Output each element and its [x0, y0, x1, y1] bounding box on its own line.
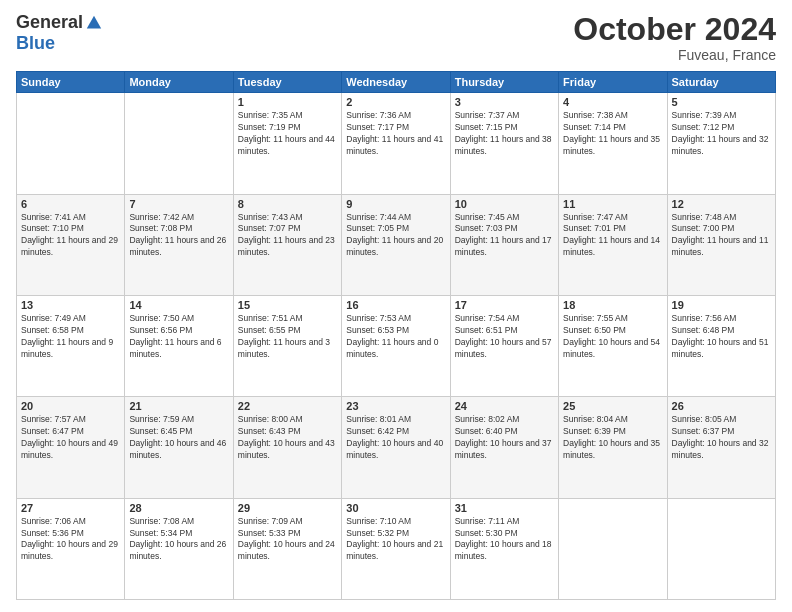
day-number: 19: [672, 299, 771, 311]
calendar-cell: [125, 93, 233, 194]
day-of-week-header: Monday: [125, 72, 233, 93]
calendar-cell: 9Sunrise: 7:44 AMSunset: 7:05 PMDaylight…: [342, 194, 450, 295]
calendar-cell: 17Sunrise: 7:54 AMSunset: 6:51 PMDayligh…: [450, 295, 558, 396]
calendar-cell: 23Sunrise: 8:01 AMSunset: 6:42 PMDayligh…: [342, 397, 450, 498]
day-info: Sunrise: 7:42 AMSunset: 7:08 PMDaylight:…: [129, 212, 228, 260]
logo-blue-text: Blue: [16, 33, 55, 54]
day-info: Sunrise: 7:38 AMSunset: 7:14 PMDaylight:…: [563, 110, 662, 158]
title-area: October 2024 Fuveau, France: [573, 12, 776, 63]
day-info: Sunrise: 7:37 AMSunset: 7:15 PMDaylight:…: [455, 110, 554, 158]
day-number: 17: [455, 299, 554, 311]
calendar-cell: 25Sunrise: 8:04 AMSunset: 6:39 PMDayligh…: [559, 397, 667, 498]
day-info: Sunrise: 7:57 AMSunset: 6:47 PMDaylight:…: [21, 414, 120, 462]
day-info: Sunrise: 7:44 AMSunset: 7:05 PMDaylight:…: [346, 212, 445, 260]
calendar-cell: 20Sunrise: 7:57 AMSunset: 6:47 PMDayligh…: [17, 397, 125, 498]
calendar-cell: 14Sunrise: 7:50 AMSunset: 6:56 PMDayligh…: [125, 295, 233, 396]
calendar-cell: 16Sunrise: 7:53 AMSunset: 6:53 PMDayligh…: [342, 295, 450, 396]
day-info: Sunrise: 7:47 AMSunset: 7:01 PMDaylight:…: [563, 212, 662, 260]
day-number: 15: [238, 299, 337, 311]
day-number: 8: [238, 198, 337, 210]
calendar-cell: 29Sunrise: 7:09 AMSunset: 5:33 PMDayligh…: [233, 498, 341, 599]
day-number: 1: [238, 96, 337, 108]
calendar-week-row: 1Sunrise: 7:35 AMSunset: 7:19 PMDaylight…: [17, 93, 776, 194]
calendar-cell: 8Sunrise: 7:43 AMSunset: 7:07 PMDaylight…: [233, 194, 341, 295]
calendar-cell: 2Sunrise: 7:36 AMSunset: 7:17 PMDaylight…: [342, 93, 450, 194]
day-number: 4: [563, 96, 662, 108]
day-info: Sunrise: 7:54 AMSunset: 6:51 PMDaylight:…: [455, 313, 554, 361]
day-number: 20: [21, 400, 120, 412]
calendar-cell: 7Sunrise: 7:42 AMSunset: 7:08 PMDaylight…: [125, 194, 233, 295]
day-info: Sunrise: 8:02 AMSunset: 6:40 PMDaylight:…: [455, 414, 554, 462]
day-of-week-header: Wednesday: [342, 72, 450, 93]
day-of-week-header: Saturday: [667, 72, 775, 93]
day-number: 22: [238, 400, 337, 412]
logo: General Blue: [16, 12, 103, 54]
calendar-week-row: 6Sunrise: 7:41 AMSunset: 7:10 PMDaylight…: [17, 194, 776, 295]
calendar-cell: 30Sunrise: 7:10 AMSunset: 5:32 PMDayligh…: [342, 498, 450, 599]
day-number: 12: [672, 198, 771, 210]
calendar-cell: 27Sunrise: 7:06 AMSunset: 5:36 PMDayligh…: [17, 498, 125, 599]
calendar-cell: 22Sunrise: 8:00 AMSunset: 6:43 PMDayligh…: [233, 397, 341, 498]
calendar-cell: 26Sunrise: 8:05 AMSunset: 6:37 PMDayligh…: [667, 397, 775, 498]
day-info: Sunrise: 7:55 AMSunset: 6:50 PMDaylight:…: [563, 313, 662, 361]
day-number: 6: [21, 198, 120, 210]
day-info: Sunrise: 7:56 AMSunset: 6:48 PMDaylight:…: [672, 313, 771, 361]
day-info: Sunrise: 8:04 AMSunset: 6:39 PMDaylight:…: [563, 414, 662, 462]
calendar-cell: 24Sunrise: 8:02 AMSunset: 6:40 PMDayligh…: [450, 397, 558, 498]
calendar-cell: 19Sunrise: 7:56 AMSunset: 6:48 PMDayligh…: [667, 295, 775, 396]
day-of-week-header: Tuesday: [233, 72, 341, 93]
calendar-cell: 4Sunrise: 7:38 AMSunset: 7:14 PMDaylight…: [559, 93, 667, 194]
calendar-header-row: SundayMondayTuesdayWednesdayThursdayFrid…: [17, 72, 776, 93]
day-info: Sunrise: 8:05 AMSunset: 6:37 PMDaylight:…: [672, 414, 771, 462]
day-info: Sunrise: 7:36 AMSunset: 7:17 PMDaylight:…: [346, 110, 445, 158]
day-info: Sunrise: 8:00 AMSunset: 6:43 PMDaylight:…: [238, 414, 337, 462]
location: Fuveau, France: [573, 47, 776, 63]
calendar-cell: 3Sunrise: 7:37 AMSunset: 7:15 PMDaylight…: [450, 93, 558, 194]
day-number: 31: [455, 502, 554, 514]
day-number: 26: [672, 400, 771, 412]
calendar-cell: 6Sunrise: 7:41 AMSunset: 7:10 PMDaylight…: [17, 194, 125, 295]
calendar-cell: 15Sunrise: 7:51 AMSunset: 6:55 PMDayligh…: [233, 295, 341, 396]
day-number: 21: [129, 400, 228, 412]
day-info: Sunrise: 7:09 AMSunset: 5:33 PMDaylight:…: [238, 516, 337, 564]
day-number: 24: [455, 400, 554, 412]
day-number: 2: [346, 96, 445, 108]
calendar-cell: 13Sunrise: 7:49 AMSunset: 6:58 PMDayligh…: [17, 295, 125, 396]
day-number: 30: [346, 502, 445, 514]
day-of-week-header: Sunday: [17, 72, 125, 93]
day-info: Sunrise: 7:10 AMSunset: 5:32 PMDaylight:…: [346, 516, 445, 564]
day-info: Sunrise: 7:06 AMSunset: 5:36 PMDaylight:…: [21, 516, 120, 564]
calendar-week-row: 27Sunrise: 7:06 AMSunset: 5:36 PMDayligh…: [17, 498, 776, 599]
calendar-cell: [667, 498, 775, 599]
header: General Blue October 2024 Fuveau, France: [16, 12, 776, 63]
day-number: 13: [21, 299, 120, 311]
day-number: 11: [563, 198, 662, 210]
day-info: Sunrise: 7:51 AMSunset: 6:55 PMDaylight:…: [238, 313, 337, 361]
page: General Blue October 2024 Fuveau, France…: [0, 0, 792, 612]
day-info: Sunrise: 7:35 AMSunset: 7:19 PMDaylight:…: [238, 110, 337, 158]
day-number: 14: [129, 299, 228, 311]
day-info: Sunrise: 7:39 AMSunset: 7:12 PMDaylight:…: [672, 110, 771, 158]
calendar-cell: 31Sunrise: 7:11 AMSunset: 5:30 PMDayligh…: [450, 498, 558, 599]
day-info: Sunrise: 7:49 AMSunset: 6:58 PMDaylight:…: [21, 313, 120, 361]
day-info: Sunrise: 7:53 AMSunset: 6:53 PMDaylight:…: [346, 313, 445, 361]
day-number: 28: [129, 502, 228, 514]
day-info: Sunrise: 7:08 AMSunset: 5:34 PMDaylight:…: [129, 516, 228, 564]
day-number: 27: [21, 502, 120, 514]
day-info: Sunrise: 7:45 AMSunset: 7:03 PMDaylight:…: [455, 212, 554, 260]
calendar-cell: [559, 498, 667, 599]
calendar-cell: 18Sunrise: 7:55 AMSunset: 6:50 PMDayligh…: [559, 295, 667, 396]
calendar-cell: 1Sunrise: 7:35 AMSunset: 7:19 PMDaylight…: [233, 93, 341, 194]
calendar-table: SundayMondayTuesdayWednesdayThursdayFrid…: [16, 71, 776, 600]
day-info: Sunrise: 7:41 AMSunset: 7:10 PMDaylight:…: [21, 212, 120, 260]
day-info: Sunrise: 7:43 AMSunset: 7:07 PMDaylight:…: [238, 212, 337, 260]
calendar-cell: [17, 93, 125, 194]
calendar-cell: 5Sunrise: 7:39 AMSunset: 7:12 PMDaylight…: [667, 93, 775, 194]
logo-icon: [85, 14, 103, 32]
calendar-week-row: 20Sunrise: 7:57 AMSunset: 6:47 PMDayligh…: [17, 397, 776, 498]
day-of-week-header: Thursday: [450, 72, 558, 93]
calendar-cell: 28Sunrise: 7:08 AMSunset: 5:34 PMDayligh…: [125, 498, 233, 599]
day-info: Sunrise: 8:01 AMSunset: 6:42 PMDaylight:…: [346, 414, 445, 462]
day-info: Sunrise: 7:48 AMSunset: 7:00 PMDaylight:…: [672, 212, 771, 260]
day-info: Sunrise: 7:59 AMSunset: 6:45 PMDaylight:…: [129, 414, 228, 462]
